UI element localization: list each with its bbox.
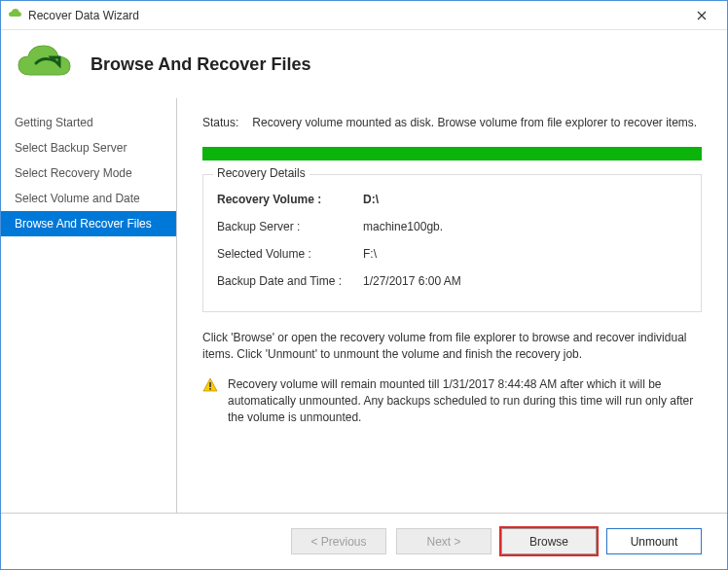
detail-recovery-volume: Recovery Volume : D:\ — [217, 193, 687, 206]
wizard-footer: < Previous Next > Browse Unmount — [1, 513, 727, 569]
svg-rect-1 — [209, 388, 211, 390]
wizard-steps-sidebar: Getting Started Select Backup Server Sel… — [1, 98, 176, 513]
detail-selected-volume: Selected Volume : F:\ — [217, 247, 687, 261]
status-label: Status: — [202, 116, 238, 129]
step-browse-and-recover-files[interactable]: Browse And Recover Files — [1, 211, 176, 236]
warning-row: Recovery volume will remain mounted till… — [202, 376, 702, 427]
recovery-details-box: Recovery Details Recovery Volume : D:\ B… — [202, 174, 702, 312]
cloud-logo-icon — [17, 42, 73, 88]
titlebar: Recover Data Wizard — [1, 1, 727, 30]
status-text: Recovery volume mounted as disk. Browse … — [252, 116, 697, 129]
step-getting-started[interactable]: Getting Started — [1, 110, 176, 135]
step-select-volume-and-date[interactable]: Select Volume and Date — [1, 186, 176, 211]
warning-icon — [202, 376, 218, 427]
warning-text: Recovery volume will remain mounted till… — [228, 376, 702, 427]
svg-rect-0 — [209, 382, 211, 387]
instruction-text: Click 'Browse' or open the recovery volu… — [202, 330, 702, 363]
next-button: Next > — [396, 528, 491, 554]
unmount-button[interactable]: Unmount — [606, 528, 702, 554]
progress-bar — [202, 147, 702, 160]
details-legend: Recovery Details — [213, 166, 309, 180]
status-row: Status: Recovery volume mounted as disk.… — [202, 116, 702, 129]
step-select-recovery-mode[interactable]: Select Recovery Mode — [1, 160, 176, 186]
main-panel: Status: Recovery volume mounted as disk.… — [176, 98, 727, 513]
close-button[interactable] — [682, 1, 721, 29]
detail-backup-server: Backup Server : machine100gb. — [217, 220, 687, 233]
detail-backup-date-time: Backup Date and Time : 1/27/2017 6:00 AM — [217, 274, 687, 288]
window-title: Recover Data Wizard — [28, 9, 682, 22]
step-select-backup-server[interactable]: Select Backup Server — [1, 135, 176, 160]
page-title: Browse And Recover Files — [91, 54, 310, 75]
browse-button[interactable]: Browse — [501, 528, 597, 554]
app-icon — [7, 6, 22, 24]
previous-button: < Previous — [291, 528, 386, 554]
wizard-header: Browse And Recover Files — [1, 30, 727, 98]
